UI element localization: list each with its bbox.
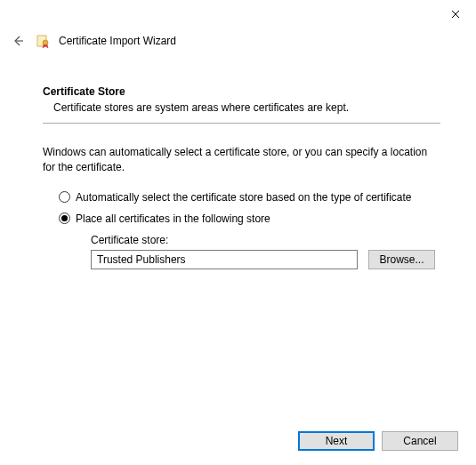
certificate-store-label: Certificate store:: [91, 234, 440, 246]
radio-auto-label: Automatically select the certificate sto…: [76, 191, 412, 204]
radio-icon: [59, 212, 70, 224]
radio-manual-label: Place all certificates in the following …: [76, 212, 270, 225]
cancel-button[interactable]: Cancel: [382, 431, 458, 451]
divider: [43, 123, 440, 124]
radio-group: Automatically select the certificate sto…: [59, 191, 440, 269]
footer: Next Cancel: [298, 431, 458, 451]
wizard-title: Certificate Import Wizard: [59, 35, 176, 47]
section-title: Certificate Store: [43, 85, 440, 98]
header: Certificate Import Wizard: [0, 27, 476, 59]
certificate-store-input[interactable]: [91, 250, 358, 269]
radio-auto-select[interactable]: Automatically select the certificate sto…: [59, 191, 440, 204]
next-button[interactable]: Next: [298, 431, 375, 451]
certificate-icon: [36, 34, 50, 48]
radio-icon: [59, 191, 70, 203]
certificate-store-block: Certificate store: Browse...: [91, 234, 440, 269]
back-arrow-icon: [11, 34, 25, 48]
instruction-text: Windows can automatically select a certi…: [43, 145, 440, 175]
close-icon: [451, 10, 460, 19]
close-button[interactable]: [442, 5, 469, 23]
radio-manual-store[interactable]: Place all certificates in the following …: [59, 212, 440, 225]
browse-button[interactable]: Browse...: [368, 250, 435, 269]
back-button[interactable]: [9, 32, 27, 50]
content: Certificate Store Certificate stores are…: [0, 59, 476, 269]
section-description: Certificate stores are system areas wher…: [53, 101, 440, 114]
titlebar: [0, 0, 476, 27]
